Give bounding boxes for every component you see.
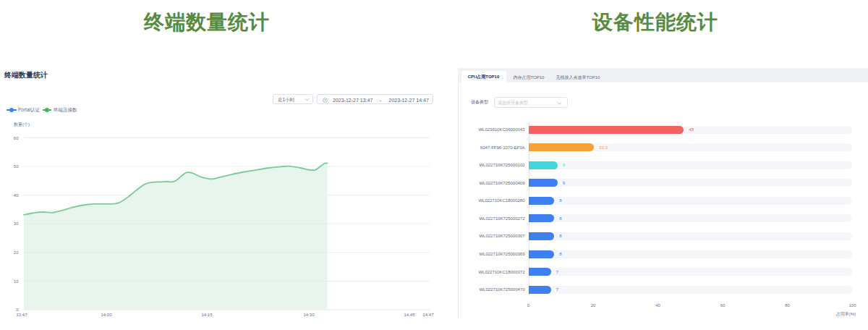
svg-text:20: 20 — [14, 250, 19, 255]
svg-text:50: 50 — [14, 164, 19, 169]
svg-text:14:47: 14:47 — [422, 313, 434, 317]
svg-text:60: 60 — [14, 136, 19, 140]
svg-text:14:15: 14:15 — [201, 313, 213, 317]
svg-text:14:30: 14:30 — [303, 313, 315, 317]
svg-text:30: 30 — [14, 221, 19, 226]
svg-text:10: 10 — [14, 279, 19, 284]
svg-text:14:00: 14:00 — [101, 313, 112, 317]
svg-text:40: 40 — [14, 193, 19, 198]
svg-text:0: 0 — [16, 308, 19, 312]
svg-text:13:47: 13:47 — [16, 313, 27, 317]
svg-text:14:45: 14:45 — [404, 313, 415, 317]
